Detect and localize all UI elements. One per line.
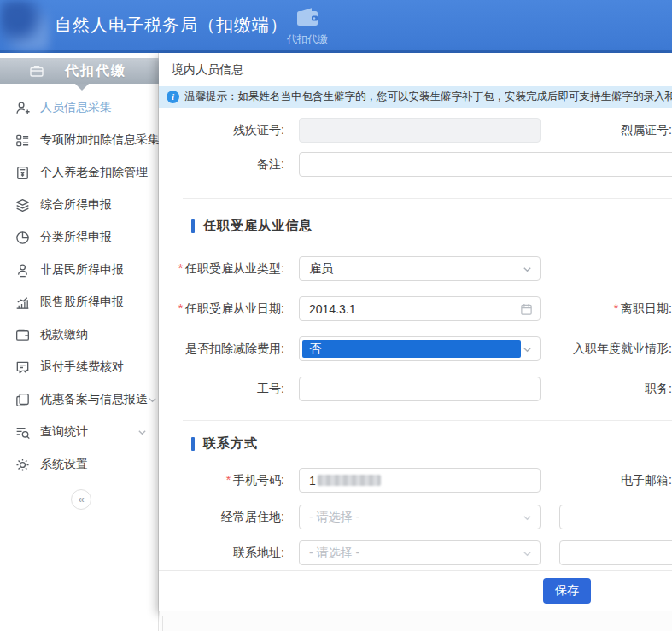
email-label: 电子邮箱:	[541, 473, 672, 488]
sidebar-item-personnel-info[interactable]: 人员信息采集	[0, 91, 158, 124]
contact-address-placeholder: - 请选择 -	[309, 546, 359, 561]
employment-date-input[interactable]: 2014.3.1	[299, 296, 541, 321]
layers-icon	[15, 197, 31, 213]
employment-date-label: *任职受雇从业日期:	[159, 301, 284, 317]
mobile-value-prefix: 1	[309, 474, 316, 488]
chevron-down-icon	[148, 395, 157, 405]
pie-chart-icon	[15, 230, 31, 246]
chevron-down-icon	[522, 344, 533, 355]
employment-type-select[interactable]: 雇员	[299, 256, 541, 281]
sidebar-item-classified-income[interactable]: 分类所得申报	[0, 221, 158, 254]
contact-address-select[interactable]: - 请选择 -	[299, 540, 541, 565]
modal-footer: 保存	[159, 570, 672, 611]
residence-select[interactable]: - 请选择 -	[299, 505, 541, 529]
sidebar-collapse-button[interactable]: «	[71, 489, 91, 510]
wallet-icon	[295, 6, 320, 31]
app-header: 自然人电子税务局（扣缴端） 代扣代缴	[0, 0, 672, 53]
app-title: 自然人电子税务局（扣缴端）	[55, 14, 288, 37]
nav-tab-withholding[interactable]: 代扣代缴	[275, 3, 340, 50]
deduct-fee-select[interactable]: 否	[299, 336, 541, 361]
chevron-down-icon	[522, 512, 533, 523]
entry-year-status-label: 入职年度就业情形:	[541, 342, 672, 357]
employment-type-value: 雇员	[309, 261, 333, 277]
sidebar-item-query-statistics[interactable]: 查询统计	[0, 416, 158, 448]
search-list-icon	[15, 424, 31, 441]
martyr-no-label: 烈属证号:	[541, 123, 672, 138]
sidebar-item-label: 综合所得申报	[40, 197, 112, 213]
doc-check-icon	[15, 359, 31, 376]
form-row: 经常居住地: - 请选择 -	[159, 505, 672, 529]
sidebar-item-label: 查询统计	[40, 424, 88, 440]
leave-date-label: *离职日期:	[541, 301, 672, 317]
sidebar-item-label: 非居民所得申报	[40, 262, 124, 278]
employment-date-value: 2014.3.1	[309, 302, 356, 316]
employment-type-label: *任职受雇从业类型:	[159, 261, 284, 277]
form-row: *任职受雇从业类型: 雇员	[159, 256, 672, 281]
required-asterisk: *	[178, 301, 183, 315]
gear-icon	[15, 457, 31, 473]
briefcase-icon	[29, 63, 44, 79]
form-row: 联系地址: - 请选择 -	[159, 540, 672, 565]
pension-doc-icon	[15, 165, 31, 181]
form-row: 备注:	[159, 152, 672, 177]
sidebar-item-restricted-stock[interactable]: 限售股所得申报	[0, 286, 158, 318]
sidebar-item-nonresident-income[interactable]: 非居民所得申报	[0, 254, 158, 286]
form-row: 是否扣除减除费用: 否 入职年度就业情形:	[159, 336, 672, 361]
section-title: 联系方式	[203, 435, 258, 452]
contact-address-detail-input[interactable]	[559, 540, 672, 565]
position-label: 职务:	[541, 382, 672, 397]
chevron-down-icon	[137, 428, 147, 437]
mobile-input[interactable]: 1	[299, 468, 541, 493]
sidebar-item-label: 个人养老金扣除管理	[40, 165, 148, 180]
sidebar-module-label: 代扣代缴	[65, 62, 126, 80]
pages-icon	[15, 392, 31, 408]
deduct-fee-value: 否	[309, 342, 321, 357]
sidebar: 代扣代缴 人员信息采集 专	[0, 53, 159, 631]
sidebar-module-header: 代扣代缴	[0, 58, 159, 84]
chevron-down-icon	[522, 548, 533, 559]
form-grid-icon	[15, 132, 31, 149]
sidebar-item-label: 人员信息采集	[40, 100, 112, 115]
sidebar-item-comprehensive-income[interactable]: 综合所得申报	[0, 189, 158, 221]
form-row: *手机号码: 1 电子邮箱:	[159, 468, 672, 493]
employment-section-header: 任职受雇从业信息	[191, 218, 313, 234]
user-icon	[15, 262, 31, 278]
sidebar-item-label: 税款缴纳	[40, 327, 88, 342]
wallet-icon	[15, 327, 31, 343]
section-bar	[191, 437, 195, 451]
work-no-input[interactable]	[299, 377, 541, 401]
sidebar-item-label: 系统设置	[40, 457, 88, 472]
remark-input[interactable]	[299, 152, 672, 177]
nav-tab-label: 代扣代缴	[287, 32, 328, 47]
contact-section-header: 联系方式	[191, 435, 258, 452]
residence-detail-input[interactable]	[559, 505, 672, 529]
sidebar-item-special-deduction[interactable]: 专项附加扣除信息采集	[0, 124, 158, 156]
required-asterisk: *	[178, 261, 183, 275]
notice-text: 温馨提示：如果姓名当中包含生僻字的，您可以安装生僻字补丁包，安装完成后即可支持生…	[184, 90, 672, 104]
notice-bar: i 温馨提示：如果姓名当中包含生僻字的，您可以安装生僻字补丁包，安装完成后即可支…	[159, 86, 672, 108]
sidebar-item-system-settings[interactable]: 系统设置	[0, 448, 158, 481]
section-divider	[183, 198, 672, 199]
blurred-logo	[0, 0, 50, 50]
residence-placeholder: - 请选择 -	[309, 510, 359, 525]
sidebar-item-pension-deduction[interactable]: 个人养老金扣除管理	[0, 156, 158, 189]
sidebar-menu: 人员信息采集 专项附加扣除信息采集 个人养老	[0, 91, 158, 481]
sidebar-item-preferential-filing[interactable]: 优惠备案与信息报送	[0, 383, 158, 416]
disability-no-input	[299, 118, 541, 143]
sidebar-item-refund-fee-check[interactable]: 退付手续费核对	[0, 351, 158, 383]
sidebar-item-tax-payment[interactable]: 税款缴纳	[0, 318, 158, 351]
background-panel-border	[162, 616, 163, 631]
sidebar-band-notch	[75, 84, 89, 91]
save-button[interactable]: 保存	[543, 578, 591, 604]
contact-address-label: 联系地址:	[159, 546, 284, 561]
section-bar	[191, 219, 195, 233]
sidebar-item-label: 专项附加扣除信息采集	[40, 132, 160, 148]
work-no-label: 工号:	[159, 382, 284, 397]
form-row: *任职受雇从业日期: 2014.3.1 *离职日期:	[159, 296, 672, 321]
user-add-icon	[15, 100, 31, 116]
page-background-strip	[160, 611, 672, 631]
remark-label: 备注:	[159, 157, 284, 172]
redacted-phone-blur	[318, 475, 381, 486]
section-title: 任职受雇从业信息	[203, 218, 313, 234]
residence-label: 经常居住地:	[159, 510, 284, 525]
